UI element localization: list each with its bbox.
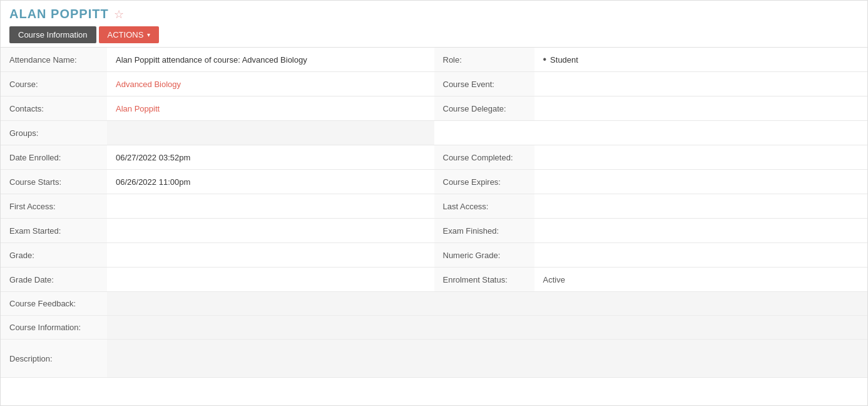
row-course-starts: Course Starts: 06/26/2022 11:00pm Course… bbox=[1, 170, 867, 194]
row-first-access: First Access: Last Access: bbox=[1, 194, 867, 219]
row-exam-started: Exam Started: Exam Finished: bbox=[1, 219, 867, 243]
course-expires-label: Course Expires: bbox=[434, 170, 534, 194]
course-feedback-label: Course Feedback: bbox=[1, 292, 107, 315]
contacts-value: Alan Poppitt bbox=[107, 96, 434, 120]
last-access-label: Last Access: bbox=[434, 194, 534, 218]
field-numeric-grade: Numeric Grade: bbox=[434, 243, 868, 267]
date-enrolled-label: Date Enrolled: bbox=[1, 145, 107, 169]
right-col-groups bbox=[434, 121, 868, 145]
field-course-information: Course Information: bbox=[1, 316, 867, 340]
last-access-value bbox=[534, 194, 868, 218]
course-feedback-value bbox=[107, 292, 867, 315]
description-label: Description: bbox=[1, 340, 107, 377]
content: Attendance Name: Alan Poppitt attendance… bbox=[1, 48, 867, 378]
field-first-access: First Access: bbox=[1, 194, 434, 218]
field-exam-started: Exam Started: bbox=[1, 219, 434, 242]
field-grade-date: Grade Date: bbox=[1, 268, 434, 291]
field-contacts: Contacts: Alan Poppitt bbox=[1, 96, 434, 120]
numeric-grade-label: Numeric Grade: bbox=[434, 243, 534, 267]
field-course: Course: Advanced Biology bbox=[1, 72, 434, 96]
course-information-value bbox=[107, 316, 867, 339]
course-info-tab[interactable]: Course Information bbox=[9, 26, 96, 43]
field-course-delegate: Course Delegate: bbox=[434, 96, 868, 120]
course-completed-label: Course Completed: bbox=[434, 145, 534, 169]
role-label: Role: bbox=[434, 48, 534, 71]
enrolment-status-value: Active bbox=[534, 268, 868, 291]
page-title: ALAN POPPITT bbox=[9, 7, 109, 21]
contacts-link[interactable]: Alan Poppitt bbox=[116, 104, 160, 113]
field-course-completed: Course Completed: bbox=[434, 145, 868, 169]
right-col-contacts: Course Delegate: bbox=[434, 96, 868, 120]
course-delegate-value bbox=[534, 96, 868, 120]
right-col-course-starts: Course Expires: bbox=[434, 170, 868, 194]
right-col-exam-started: Exam Finished: bbox=[434, 219, 868, 242]
field-attendance-name: Attendance Name: Alan Poppitt attendance… bbox=[1, 48, 434, 71]
contacts-label: Contacts: bbox=[1, 96, 107, 120]
field-exam-finished: Exam Finished: bbox=[434, 219, 868, 242]
field-enrolment-status: Enrolment Status: Active bbox=[434, 268, 868, 291]
course-delegate-label: Course Delegate: bbox=[434, 96, 534, 120]
left-col-course-starts: Course Starts: 06/26/2022 11:00pm bbox=[1, 170, 434, 194]
row-groups: Groups: bbox=[1, 121, 867, 145]
first-access-value bbox=[107, 194, 434, 218]
description-value bbox=[107, 340, 867, 377]
left-col-grade: Grade: bbox=[1, 243, 434, 267]
header: ALAN POPPITT ☆ Course Information ACTION… bbox=[1, 1, 867, 48]
field-description: Description: bbox=[1, 340, 867, 377]
left-col-attendance: Attendance Name: Alan Poppitt attendance… bbox=[1, 48, 434, 71]
row-grade-date: Grade Date: Enrolment Status: Active bbox=[1, 268, 867, 292]
row-contacts: Contacts: Alan Poppitt Course Delegate: bbox=[1, 96, 867, 121]
field-course-event: Course Event: bbox=[434, 72, 868, 96]
field-grade: Grade: bbox=[1, 243, 434, 267]
course-value: Advanced Biology bbox=[107, 72, 434, 96]
first-access-label: First Access: bbox=[1, 194, 107, 218]
row-course: Course: Advanced Biology Course Event: bbox=[1, 72, 867, 96]
field-date-enrolled: Date Enrolled: 06/27/2022 03:52pm bbox=[1, 145, 434, 169]
bullet-icon: • bbox=[543, 54, 547, 65]
exam-started-value bbox=[107, 219, 434, 242]
actions-button[interactable]: ACTIONS ▾ bbox=[99, 26, 160, 43]
exam-finished-value bbox=[534, 219, 868, 242]
left-col-date-enrolled: Date Enrolled: 06/27/2022 03:52pm bbox=[1, 145, 434, 169]
course-starts-label: Course Starts: bbox=[1, 170, 107, 194]
right-col-grade: Numeric Grade: bbox=[434, 243, 868, 267]
row-attendance: Attendance Name: Alan Poppitt attendance… bbox=[1, 48, 867, 72]
star-icon[interactable]: ☆ bbox=[114, 8, 124, 21]
groups-right-value bbox=[434, 121, 868, 145]
right-col-attendance: Role: • Student bbox=[434, 48, 868, 71]
field-last-access: Last Access: bbox=[434, 194, 868, 218]
date-enrolled-value: 06/27/2022 03:52pm bbox=[107, 145, 434, 169]
left-col-exam-started: Exam Started: bbox=[1, 219, 434, 242]
role-value: • Student bbox=[534, 48, 868, 71]
field-course-feedback: Course Feedback: bbox=[1, 292, 867, 316]
exam-started-label: Exam Started: bbox=[1, 219, 107, 242]
actions-label: ACTIONS bbox=[108, 30, 144, 39]
course-event-label: Course Event: bbox=[434, 72, 534, 96]
field-groups-right bbox=[434, 121, 868, 145]
attendance-name-label: Attendance Name: bbox=[1, 48, 107, 71]
course-completed-value bbox=[534, 145, 868, 169]
field-role: Role: • Student bbox=[434, 48, 868, 71]
course-label: Course: bbox=[1, 72, 107, 96]
header-title: ALAN POPPITT ☆ bbox=[9, 7, 859, 21]
groups-label: Groups: bbox=[1, 121, 107, 145]
left-col-groups: Groups: bbox=[1, 121, 434, 145]
field-course-starts: Course Starts: 06/26/2022 11:00pm bbox=[1, 170, 434, 194]
left-col-grade-date: Grade Date: bbox=[1, 268, 434, 291]
course-starts-value: 06/26/2022 11:00pm bbox=[107, 170, 434, 194]
grade-label: Grade: bbox=[1, 243, 107, 267]
field-course-expires: Course Expires: bbox=[434, 170, 868, 194]
field-groups: Groups: bbox=[1, 121, 434, 145]
attendance-name-value: Alan Poppitt attendance of course: Advan… bbox=[107, 48, 434, 71]
left-col-contacts: Contacts: Alan Poppitt bbox=[1, 96, 434, 120]
enrolment-status-label: Enrolment Status: bbox=[434, 268, 534, 291]
right-col-course: Course Event: bbox=[434, 72, 868, 96]
row-grade: Grade: Numeric Grade: bbox=[1, 243, 867, 268]
course-link[interactable]: Advanced Biology bbox=[116, 80, 181, 89]
toolbar: Course Information ACTIONS ▾ bbox=[9, 26, 859, 43]
course-event-value bbox=[534, 72, 868, 96]
exam-finished-label: Exam Finished: bbox=[434, 219, 534, 242]
grade-date-value bbox=[107, 268, 434, 291]
left-col-course: Course: Advanced Biology bbox=[1, 72, 434, 96]
grade-value bbox=[107, 243, 434, 267]
